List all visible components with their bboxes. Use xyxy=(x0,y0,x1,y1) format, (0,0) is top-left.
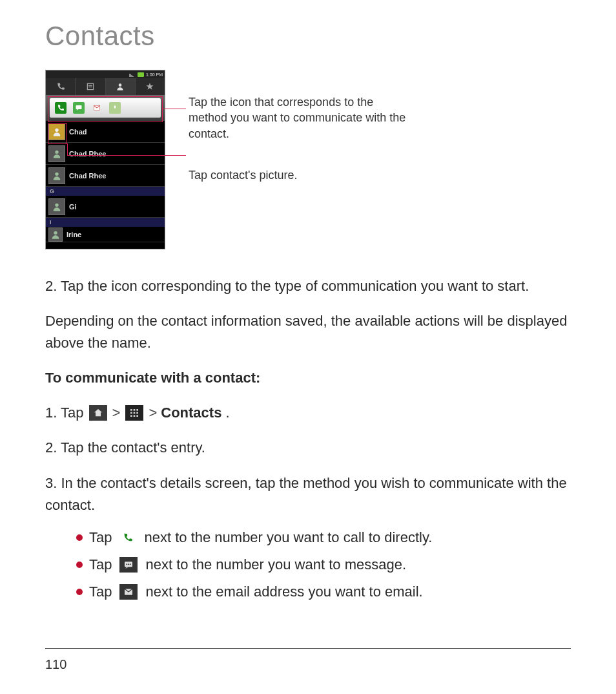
bullet-suffix: next to the number you want to call to d… xyxy=(144,529,432,546)
bullet-dot-icon xyxy=(76,534,83,541)
contact-row[interactable]: Irine xyxy=(46,227,165,242)
bullet-suffix: next to the email address you want to em… xyxy=(145,584,422,600)
signal-icon xyxy=(129,72,136,77)
bullet-dot-icon xyxy=(76,589,83,595)
avatar[interactable] xyxy=(48,123,65,140)
status-bar: 1:00 PM xyxy=(46,70,165,78)
period: . xyxy=(225,402,229,424)
figure-row: 1:00 PM Chad xyxy=(45,70,571,249)
bullet-message: Tap next to the number you want to messa… xyxy=(76,556,571,573)
svg-rect-14 xyxy=(130,412,132,414)
contact-row[interactable]: Gi xyxy=(46,196,165,218)
quick-action-bar xyxy=(50,98,161,118)
callout-quickbar-text: Tap the icon that corresponds to the met… xyxy=(189,94,408,142)
svg-point-9 xyxy=(55,203,58,206)
contact-name: Chad xyxy=(69,128,87,136)
footer-rule xyxy=(45,648,571,649)
phone-screenshot: 1:00 PM Chad xyxy=(45,70,165,249)
tab-row xyxy=(46,78,165,95)
breadcrumb-sep: > xyxy=(112,402,121,424)
battery-icon xyxy=(138,72,144,77)
avatar[interactable] xyxy=(48,198,65,215)
callout-avatar-text: Tap contact's picture. xyxy=(189,167,408,183)
page-title: Contacts xyxy=(45,21,571,52)
step-2b: 2. Tap the contact's entry. xyxy=(45,437,571,459)
bullet-dot-icon xyxy=(76,562,83,568)
bullet-email: Tap next to the email address you want t… xyxy=(76,584,571,600)
contact-name: Chad Rhee xyxy=(69,172,106,180)
step-3: 3. In the contact's details screen, tap … xyxy=(45,472,571,516)
avatar[interactable] xyxy=(48,145,65,162)
bullet-suffix: next to the number you want to message. xyxy=(145,556,406,573)
svg-point-7 xyxy=(55,150,58,153)
section-divider: I xyxy=(46,218,165,227)
quick-sms-icon[interactable] xyxy=(73,102,85,114)
svg-point-22 xyxy=(128,563,129,565)
page-number: 110 xyxy=(45,657,67,672)
person-icon xyxy=(116,82,125,91)
svg-rect-19 xyxy=(137,415,139,417)
tab-dial[interactable] xyxy=(46,78,76,95)
svg-point-23 xyxy=(130,563,131,565)
svg-rect-18 xyxy=(134,415,136,417)
message-icon xyxy=(119,557,138,573)
svg-rect-11 xyxy=(130,409,132,411)
apps-grid-icon xyxy=(125,405,143,421)
quick-phone-icon[interactable] xyxy=(55,102,67,114)
svg-rect-13 xyxy=(137,409,139,411)
bullet-call: Tap next to the number you want to call … xyxy=(76,529,571,546)
contact-row[interactable]: Chad Rhee xyxy=(46,143,165,165)
subheading: To communicate with a contact: xyxy=(45,367,571,389)
svg-rect-15 xyxy=(134,412,136,414)
svg-rect-4 xyxy=(76,105,82,109)
bullet-prefix: Tap xyxy=(89,584,112,600)
step-1: 1. Tap > > Contacts. xyxy=(45,402,571,424)
quick-bar-wrap xyxy=(46,95,165,121)
svg-rect-16 xyxy=(137,412,139,414)
depending-text: Depending on the contact information sav… xyxy=(45,310,571,354)
quick-other-icon[interactable] xyxy=(109,102,121,114)
svg-point-3 xyxy=(119,83,122,87)
tab-log[interactable] xyxy=(76,78,105,95)
status-time: 1:00 PM xyxy=(146,72,163,77)
step-1-prefix: 1. Tap xyxy=(45,402,84,424)
bullet-prefix: Tap xyxy=(89,556,112,573)
step-2-text: 2. Tap the icon corresponding to the typ… xyxy=(45,275,571,297)
callout-line xyxy=(67,143,68,155)
callout-line xyxy=(67,155,186,156)
contact-row[interactable]: Chad xyxy=(46,121,165,143)
svg-rect-12 xyxy=(134,409,136,411)
call-icon xyxy=(119,530,136,545)
email-icon xyxy=(119,584,138,600)
phone-icon xyxy=(56,82,65,91)
home-icon xyxy=(89,405,107,421)
svg-point-6 xyxy=(55,128,58,131)
svg-rect-17 xyxy=(130,415,132,417)
bullet-list: Tap next to the number you want to call … xyxy=(76,529,571,600)
breadcrumb-sep: > xyxy=(149,402,157,424)
contact-name: Chad Rhee xyxy=(69,150,106,158)
contact-name: Irine xyxy=(67,231,81,238)
quick-gmail-icon[interactable] xyxy=(91,102,103,114)
tab-contacts[interactable] xyxy=(106,78,136,95)
tab-favorites[interactable] xyxy=(136,78,165,95)
avatar[interactable] xyxy=(48,227,63,242)
callout-line xyxy=(163,109,186,109)
callouts-column: Tap the icon that corresponds to the met… xyxy=(189,70,408,183)
svg-point-10 xyxy=(54,231,57,234)
section-divider: G xyxy=(46,187,165,196)
svg-point-21 xyxy=(127,563,128,565)
svg-point-8 xyxy=(55,172,58,175)
bullet-prefix: Tap xyxy=(89,529,112,546)
star-icon xyxy=(145,82,154,91)
contact-name: Gi xyxy=(69,203,77,211)
list-icon xyxy=(86,82,95,91)
avatar[interactable] xyxy=(48,167,65,184)
contact-row[interactable]: Chad Rhee xyxy=(46,165,165,187)
contacts-label: Contacts xyxy=(161,402,221,424)
